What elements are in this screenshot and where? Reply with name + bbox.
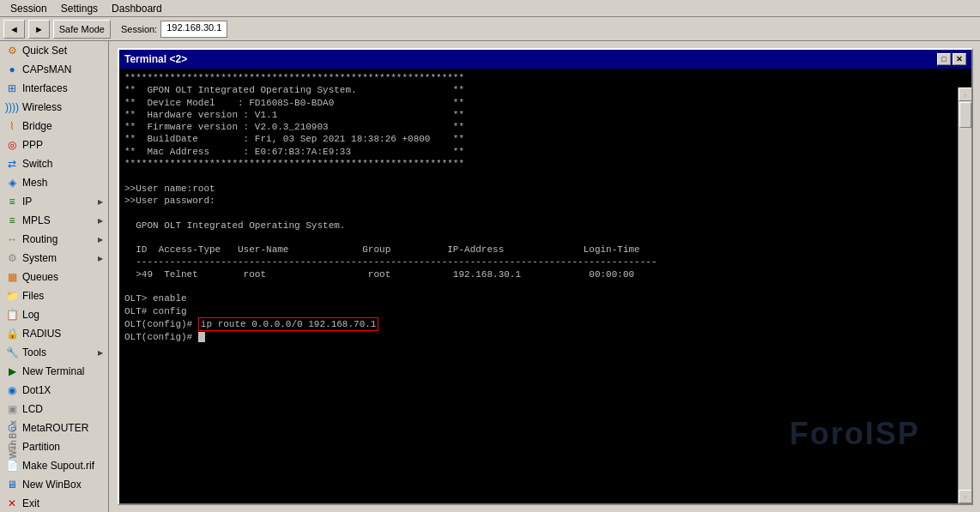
terminal-titlebar: Terminal <2> □ ✕ bbox=[119, 50, 971, 69]
sidebar-item-switch[interactable]: ⇄ Switch bbox=[0, 154, 108, 173]
sidebar-item-make-supout[interactable]: 📄 Make Supout.rif bbox=[0, 456, 108, 475]
sidebar-item-files[interactable]: 📁 Files bbox=[0, 286, 108, 305]
terminal-scrollbar[interactable]: ▲ ▼ bbox=[958, 87, 971, 503]
sidebar-label-files: Files bbox=[22, 290, 44, 302]
toolbar: ◄ ► Safe Mode Session: 192.168.30.1 bbox=[0, 17, 980, 41]
sidebar-item-tools[interactable]: 🔧 Tools ▶ bbox=[0, 343, 108, 362]
exit-icon: ✕ bbox=[5, 497, 19, 510]
quick-set-icon: ⚙ bbox=[5, 44, 19, 57]
routing-arrow-icon: ▶ bbox=[98, 236, 103, 244]
sidebar-label-system: System bbox=[22, 252, 57, 264]
terminal-body[interactable]: ****************************************… bbox=[119, 69, 971, 503]
safe-mode-button[interactable]: Safe Mode bbox=[53, 20, 111, 39]
terminal-restore-button[interactable]: □ bbox=[937, 53, 951, 65]
radius-icon: 🔒 bbox=[5, 327, 19, 340]
sidebar-label-quick-set: Quick Set bbox=[22, 45, 67, 57]
mpls-icon: ≡ bbox=[5, 214, 19, 227]
sidebar-label-tools: Tools bbox=[22, 346, 46, 358]
tools-arrow-icon: ▶ bbox=[98, 349, 103, 357]
capsman-icon: ● bbox=[5, 63, 19, 76]
terminal-line-12 bbox=[124, 207, 951, 219]
sidebar: ⚙ Quick Set ● CAPsMAN ⊞ Interfaces )))) … bbox=[0, 41, 109, 512]
lcd-icon: ▣ bbox=[5, 402, 19, 416]
menu-settings[interactable]: Settings bbox=[54, 1, 105, 16]
sidebar-item-wireless[interactable]: )))) Wireless bbox=[0, 98, 108, 117]
content-area: Terminal <2> □ ✕ ***********************… bbox=[109, 41, 980, 512]
sidebar-item-queues[interactable]: ▦ Queues bbox=[0, 268, 108, 286]
switch-icon: ⇄ bbox=[5, 157, 19, 171]
terminal-cursor bbox=[198, 332, 205, 342]
sidebar-label-metarouter: MetaROUTER bbox=[22, 422, 88, 434]
terminal-line-5: ** Firmware version : V2.0.3_210903 ** bbox=[124, 121, 951, 133]
sidebar-label-new-winbox: New WinBox bbox=[22, 479, 82, 491]
terminal-line-17: >49 Telnet root root 192.168.30.1 00:00:… bbox=[124, 268, 951, 280]
interfaces-icon: ⊞ bbox=[5, 81, 19, 95]
sidebar-item-system[interactable]: ⚙ System ▶ bbox=[0, 249, 108, 268]
terminal-line-6: ** BuildDate : Fri, 03 Sep 2021 18:38:26… bbox=[124, 133, 951, 145]
sidebar-item-mpls[interactable]: ≡ MPLS ▶ bbox=[0, 211, 108, 230]
ip-arrow-icon: ▶ bbox=[98, 198, 103, 206]
terminal-line-3: ** Device Model : FD1608S-B0-BDA0 ** bbox=[124, 97, 951, 109]
terminal-content: ****************************************… bbox=[124, 72, 966, 500]
sidebar-item-log[interactable]: 📋 Log bbox=[0, 305, 108, 324]
queues-icon: ▦ bbox=[5, 270, 19, 284]
terminal-line-15: ID Access-Type User-Name Group IP-Addres… bbox=[124, 244, 951, 256]
terminal-close-button[interactable]: ✕ bbox=[953, 53, 966, 65]
sidebar-item-radius[interactable]: 🔒 RADIUS bbox=[0, 324, 108, 343]
sidebar-label-mesh: Mesh bbox=[22, 177, 47, 189]
sidebar-item-lcd[interactable]: ▣ LCD bbox=[0, 400, 108, 419]
terminal-line-10: >>User name:root bbox=[124, 183, 951, 195]
mpls-arrow-icon: ▶ bbox=[98, 217, 103, 225]
sidebar-label-ppp: PPP bbox=[22, 139, 43, 151]
sidebar-label-wireless: Wireless bbox=[22, 101, 62, 113]
sidebar-label-new-terminal: New Terminal bbox=[22, 365, 84, 377]
log-icon: 📋 bbox=[5, 308, 19, 322]
routing-icon: ↔ bbox=[5, 232, 19, 246]
new-terminal-icon: ▶ bbox=[5, 364, 19, 378]
scrollbar-up-button[interactable]: ▲ bbox=[959, 87, 971, 101]
terminal-line-4: ** Hardware version : V1.1 ** bbox=[124, 109, 951, 121]
sidebar-item-ip[interactable]: ≡ IP ▶ bbox=[0, 192, 108, 211]
forward-button[interactable]: ► bbox=[28, 20, 50, 39]
mesh-icon: ◈ bbox=[5, 176, 19, 190]
terminal-line-13: GPON OLT Integrated Operating System. bbox=[124, 220, 951, 232]
terminal-line-9 bbox=[124, 170, 951, 182]
new-winbox-icon: 🖥 bbox=[5, 478, 19, 491]
sidebar-label-exit: Exit bbox=[22, 497, 39, 509]
sidebar-item-interfaces[interactable]: ⊞ Interfaces bbox=[0, 79, 108, 98]
menu-dashboard[interactable]: Dashboard bbox=[105, 1, 169, 16]
menu-bar: Session Settings Dashboard bbox=[0, 0, 980, 17]
terminal-line-1: ****************************************… bbox=[124, 72, 951, 84]
sidebar-label-radius: RADIUS bbox=[22, 328, 61, 340]
sidebar-label-log: Log bbox=[22, 309, 39, 321]
winbox-vertical-label: WinBox bbox=[9, 419, 18, 458]
sidebar-label-bridge: Bridge bbox=[22, 120, 52, 132]
scrollbar-thumb[interactable] bbox=[959, 102, 971, 128]
menu-session[interactable]: Session bbox=[3, 1, 54, 16]
highlighted-command: ip route 0.0.0.0/0 192.168.70.1 bbox=[198, 317, 379, 331]
back-button[interactable]: ◄ bbox=[3, 20, 25, 39]
sidebar-item-new-terminal[interactable]: ▶ New Terminal bbox=[0, 362, 108, 381]
terminal-line-20: OLT# config bbox=[124, 305, 951, 317]
sidebar-label-interfaces: Interfaces bbox=[22, 82, 68, 94]
ppp-icon: ◎ bbox=[5, 138, 19, 152]
sidebar-item-ppp[interactable]: ◎ PPP bbox=[0, 136, 108, 154]
main-layout: ⚙ Quick Set ● CAPsMAN ⊞ Interfaces )))) … bbox=[0, 41, 980, 512]
sidebar-item-capsman[interactable]: ● CAPsMAN bbox=[0, 60, 108, 79]
dot1x-icon: ◉ bbox=[5, 383, 19, 397]
system-arrow-icon: ▶ bbox=[98, 255, 103, 262]
sidebar-item-dot1x[interactable]: ◉ Dot1X bbox=[0, 381, 108, 400]
tools-icon: 🔧 bbox=[5, 346, 19, 359]
sidebar-item-bridge[interactable]: ⌇ Bridge bbox=[0, 117, 108, 136]
scrollbar-down-button[interactable]: ▼ bbox=[959, 490, 971, 503]
sidebar-item-mesh[interactable]: ◈ Mesh bbox=[0, 173, 108, 192]
terminal-window: Terminal <2> □ ✕ ***********************… bbox=[118, 48, 973, 505]
sidebar-item-quick-set[interactable]: ⚙ Quick Set bbox=[0, 41, 108, 60]
sidebar-item-exit[interactable]: ✕ Exit bbox=[0, 494, 108, 512]
sidebar-label-switch: Switch bbox=[22, 158, 52, 170]
sidebar-item-new-winbox[interactable]: 🖥 New WinBox bbox=[0, 475, 108, 494]
bridge-icon: ⌇ bbox=[5, 119, 19, 133]
sidebar-item-routing[interactable]: ↔ Routing ▶ bbox=[0, 230, 108, 249]
sidebar-label-partition: Partition bbox=[22, 441, 60, 453]
sidebar-label-mpls: MPLS bbox=[22, 214, 51, 226]
